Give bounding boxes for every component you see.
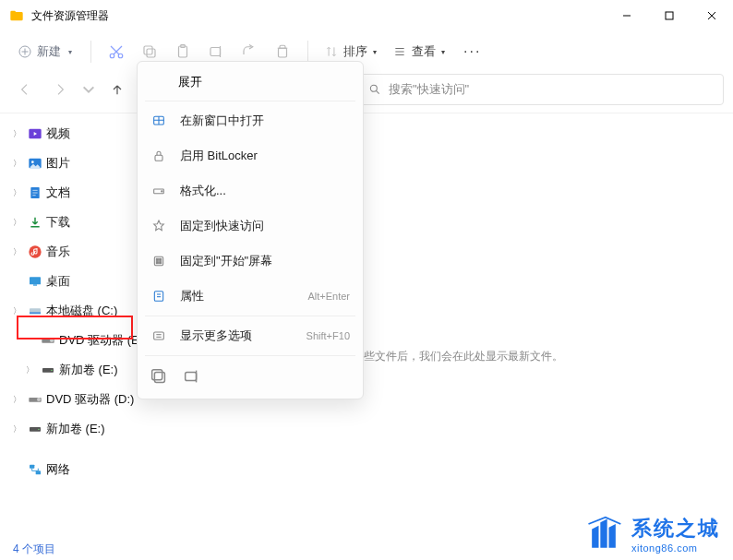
ctx-shortcut: Alt+Enter — [307, 291, 350, 302]
lock-icon — [150, 148, 167, 164]
chevron-right-icon: 〉 — [26, 364, 37, 376]
svg-rect-53 — [156, 258, 158, 260]
view-button[interactable]: 查看 ▾ — [386, 43, 452, 60]
document-icon — [28, 185, 42, 200]
sidebar-item-label: 桌面 — [46, 273, 70, 290]
close-button[interactable] — [691, 0, 733, 31]
ctx-properties[interactable]: 属性Alt+Enter — [138, 279, 363, 314]
more-icon — [150, 328, 167, 344]
sidebar-item-desktop[interactable]: 〉桌面 — [0, 267, 152, 296]
svg-rect-56 — [160, 262, 162, 264]
main-area: 〉视频 〉图片 〉文档 〉下载 〉音乐 〉桌面 〉本地磁盘 (C:) 〉DVD … — [0, 113, 733, 538]
svg-rect-55 — [156, 262, 158, 264]
video-icon — [28, 126, 42, 141]
svg-rect-54 — [160, 258, 162, 260]
ctx-more-options[interactable]: 显示更多选项Shift+F10 — [138, 318, 363, 353]
copy-icon[interactable] — [149, 366, 169, 387]
ctx-expand[interactable]: 展开 — [138, 66, 363, 99]
toolbar-divider — [307, 41, 308, 63]
svg-rect-34 — [30, 312, 41, 314]
up-button[interactable] — [102, 74, 133, 105]
back-button[interactable] — [9, 74, 41, 105]
svg-rect-31 — [30, 277, 41, 284]
sidebar-item-volume-e2[interactable]: 〉新加卷 (E:) — [0, 414, 152, 444]
sidebar-item-music[interactable]: 〉音乐 — [0, 237, 152, 267]
window-title: 文件资源管理器 — [31, 8, 606, 24]
search-placeholder: 搜索"快速访问" — [389, 81, 469, 98]
sidebar-item-label: 文档 — [46, 185, 70, 201]
view-label: 查看 — [412, 43, 436, 60]
cut-button[interactable] — [101, 36, 132, 67]
sort-button[interactable]: 排序 ▾ — [318, 43, 384, 60]
watermark-en: xitong86.com — [631, 542, 720, 554]
sidebar: 〉视频 〉图片 〉文档 〉下载 〉音乐 〉桌面 〉本地磁盘 (C:) 〉DVD … — [0, 113, 152, 538]
pin-icon — [150, 253, 167, 269]
rename-icon[interactable] — [182, 366, 202, 387]
sidebar-item-network[interactable]: 〉网络 — [0, 455, 152, 484]
chevron-right-icon: 〉 — [13, 128, 24, 140]
window-icon — [150, 113, 167, 129]
watermark-cn: 系统之城 — [631, 515, 720, 542]
svg-rect-64 — [152, 370, 162, 380]
sidebar-item-dvd-d[interactable]: 〉DVD 驱动器 (D:) — [0, 385, 152, 414]
maximize-button[interactable] — [648, 0, 691, 31]
minimize-button[interactable] — [606, 0, 648, 31]
svg-rect-44 — [36, 471, 41, 474]
forward-button[interactable] — [44, 74, 76, 105]
watermark-logo-icon — [583, 514, 624, 554]
svg-rect-12 — [144, 46, 152, 54]
sidebar-item-dvd-e[interactable]: 〉DVD 驱动器 (E — [0, 326, 152, 355]
chevron-down-icon: ▾ — [68, 48, 72, 56]
svg-point-36 — [50, 339, 54, 342]
chevron-right-icon: 〉 — [13, 423, 24, 435]
drive-icon — [150, 183, 167, 199]
download-icon — [28, 215, 42, 230]
item-count: 4 个项目 — [13, 542, 55, 557]
star-icon — [150, 218, 167, 234]
desktop-icon — [28, 274, 42, 289]
svg-rect-60 — [154, 332, 164, 340]
drive-icon — [28, 422, 42, 436]
sidebar-item-documents[interactable]: 〉文档 — [0, 178, 152, 208]
sidebar-item-downloads[interactable]: 〉下载 — [0, 208, 152, 237]
ctx-pin-quickaccess[interactable]: 固定到快速访问 — [138, 209, 363, 244]
ctx-separator — [145, 316, 355, 316]
new-button[interactable]: 新建 ▾ — [9, 40, 81, 64]
ctx-label: 固定到"开始"屏幕 — [180, 253, 350, 269]
ctx-pin-start[interactable]: 固定到"开始"屏幕 — [138, 244, 363, 279]
sidebar-item-label: 下载 — [46, 214, 70, 231]
ctx-format[interactable]: 格式化... — [138, 173, 363, 209]
app-folder-icon — [9, 8, 24, 23]
svg-rect-57 — [154, 292, 162, 302]
plus-icon — [18, 45, 31, 58]
sidebar-item-volume-e1[interactable]: 〉新加卷 (E:) — [0, 355, 152, 385]
empty-hint: 些文件后，我们会在此处显示最新文件。 — [364, 349, 563, 364]
svg-rect-1 — [666, 12, 673, 19]
sidebar-item-local-disk-c[interactable]: 〉本地磁盘 (C:) — [0, 296, 152, 326]
drive-icon — [28, 304, 42, 318]
ctx-label: 格式化... — [180, 183, 350, 199]
sidebar-item-pictures[interactable]: 〉图片 — [0, 149, 152, 178]
ctx-label: 固定到快速访问 — [180, 218, 350, 234]
ctx-open-new-window[interactable]: 在新窗口中打开 — [138, 103, 363, 138]
sidebar-item-videos[interactable]: 〉视频 — [0, 119, 152, 149]
ctx-label: 显示更多选项 — [180, 328, 294, 344]
svg-rect-32 — [33, 284, 37, 285]
chevron-right-icon: 〉 — [13, 246, 24, 258]
search-input[interactable]: 搜索"快速访问" — [358, 74, 724, 105]
recent-dropdown[interactable] — [79, 74, 98, 105]
svg-point-51 — [162, 191, 162, 192]
context-menu: 展开 在新窗口中打开 启用 BitLocker 格式化... 固定到快速访问 固… — [137, 61, 364, 399]
sidebar-item-label: 本地磁盘 (C:) — [46, 303, 117, 319]
ctx-label: 展开 — [178, 74, 202, 90]
more-button[interactable]: ··· — [454, 43, 490, 60]
chevron-right-icon: 〉 — [13, 158, 24, 170]
ctx-bitlocker[interactable]: 启用 BitLocker — [138, 138, 363, 173]
chevron-right-icon: 〉 — [13, 217, 24, 229]
music-icon — [28, 244, 42, 259]
chevron-down-icon: ▾ — [373, 48, 377, 56]
dvd-icon — [28, 392, 42, 407]
svg-rect-11 — [147, 49, 155, 57]
chevron-right-icon: 〉 — [13, 305, 24, 317]
chevron-right-icon: 〉 — [13, 394, 24, 406]
